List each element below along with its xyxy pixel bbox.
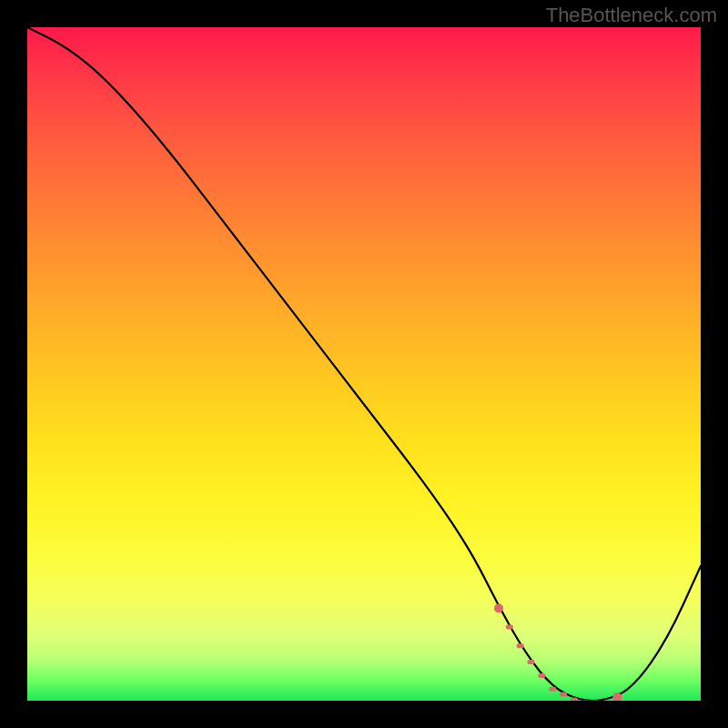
- bottleneck-curve-path: [27, 27, 701, 701]
- highlight-dash: [571, 698, 578, 701]
- highlight-dash: [549, 687, 556, 692]
- highlight-dash: [506, 625, 513, 630]
- watermark-text: TheBottleneck.com: [546, 4, 717, 27]
- optimal-range-highlight: [494, 603, 622, 701]
- highlight-dash: [538, 673, 545, 678]
- curve-svg: [27, 27, 701, 701]
- highlight-dash: [560, 693, 567, 697]
- highlight-end-dot: [494, 603, 503, 612]
- plot-area: [27, 27, 701, 701]
- highlight-dash: [517, 643, 524, 648]
- highlight-dash: [528, 660, 535, 664]
